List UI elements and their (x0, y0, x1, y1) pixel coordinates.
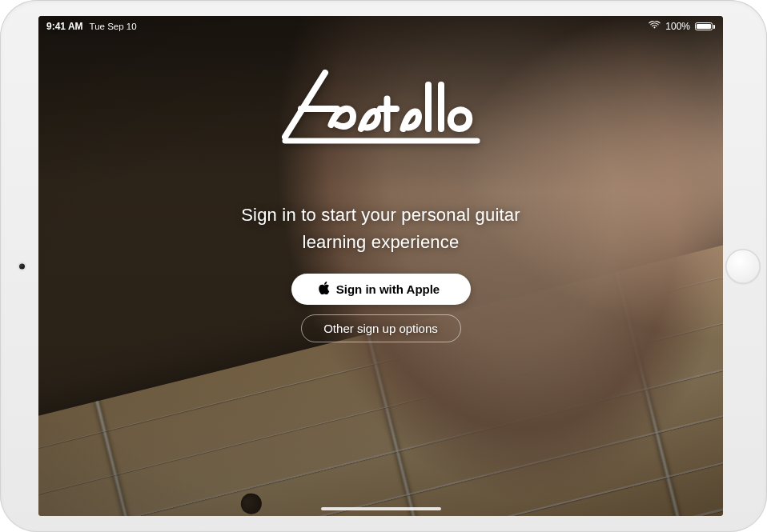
other-sign-up-options-label: Other sign up options (323, 322, 438, 335)
app-logo (277, 61, 485, 149)
sign-in-with-apple-button[interactable]: Sign in with Apple (291, 274, 471, 305)
other-sign-up-options-button[interactable]: Other sign up options (301, 314, 461, 342)
screen: 9:41 AM Tue Sep 10 100% (38, 16, 723, 516)
home-indicator[interactable] (321, 507, 441, 510)
ipad-device-frame: 9:41 AM Tue Sep 10 100% (0, 0, 767, 532)
signin-tagline: Sign in to start your personal guitar le… (241, 202, 520, 256)
apple-icon (319, 282, 330, 297)
front-camera (19, 263, 25, 269)
sign-in-with-apple-label: Sign in with Apple (336, 282, 440, 296)
signin-content: Sign in to start your personal guitar le… (38, 16, 723, 516)
home-button[interactable] (725, 249, 761, 284)
